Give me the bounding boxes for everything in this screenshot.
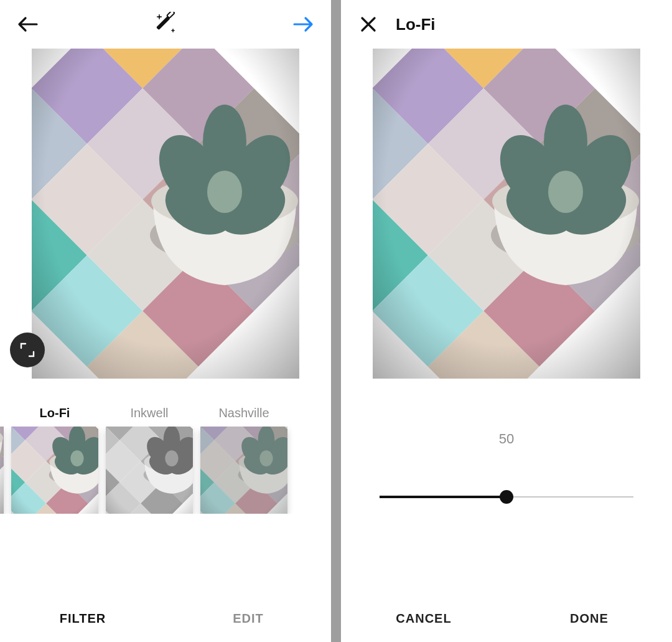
image-preview xyxy=(341,49,672,379)
filter-item-previous[interactable]: w xyxy=(0,406,4,514)
done-button[interactable]: DONE xyxy=(506,595,672,642)
image-preview xyxy=(0,49,331,379)
topbar xyxy=(0,0,331,49)
bottom-tabs: FILTER EDIT xyxy=(0,595,331,642)
filter-label: Inkwell xyxy=(130,406,168,420)
svg-rect-29 xyxy=(167,12,175,18)
screen-title: Lo-Fi xyxy=(396,15,436,34)
cancel-button[interactable]: CANCEL xyxy=(341,595,506,642)
next-button[interactable] xyxy=(291,12,316,37)
slider-fill xyxy=(380,496,506,498)
filter-thumbnail xyxy=(11,427,98,514)
filter-item-inkwell[interactable]: Inkwell xyxy=(106,406,193,514)
svg-rect-28 xyxy=(156,16,170,31)
filter-item-nashville[interactable]: Nashville xyxy=(200,406,287,514)
tab-edit[interactable]: EDIT xyxy=(166,595,331,642)
slider-knob[interactable] xyxy=(500,490,513,504)
filter-label: Nashville xyxy=(218,406,269,420)
slider-value: 50 xyxy=(380,431,633,447)
expand-preview-button[interactable] xyxy=(10,333,45,367)
filter-strength-screen: Lo-Fi 50 CANCEL DONE xyxy=(341,0,672,642)
strength-slider-area: 50 xyxy=(341,431,672,504)
back-button[interactable] xyxy=(15,12,40,37)
filter-label: Lo-Fi xyxy=(40,406,70,420)
filter-thumbnail xyxy=(106,427,193,514)
filter-strip[interactable]: w Lo-Fi Inkwell Nashville xyxy=(0,406,331,514)
magic-wand-icon[interactable] xyxy=(153,12,178,37)
tab-filter[interactable]: FILTER xyxy=(0,595,166,642)
filter-thumbnail xyxy=(0,427,4,514)
action-row: CANCEL DONE xyxy=(341,595,672,642)
filter-select-screen: w Lo-Fi Inkwell Nashville FILTER xyxy=(0,0,331,642)
close-button[interactable] xyxy=(356,12,381,37)
filter-item-lofi[interactable]: Lo-Fi xyxy=(11,406,98,514)
topbar: Lo-Fi xyxy=(341,0,672,49)
strength-slider[interactable] xyxy=(380,489,633,504)
pane-divider xyxy=(331,0,341,642)
filter-thumbnail xyxy=(200,427,287,514)
